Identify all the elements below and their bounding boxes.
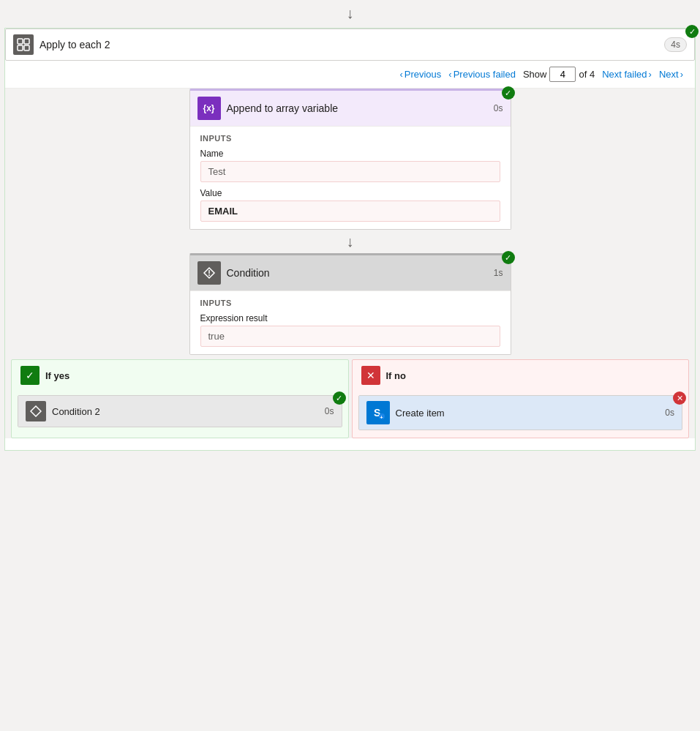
append-action-card[interactable]: ✓ {x} Append to array variable 0s INPUTS… xyxy=(189,89,511,230)
arrow-down-icon-1: ↓ xyxy=(347,234,354,249)
append-action-body: INPUTS Name Test Value EMAIL xyxy=(190,127,511,229)
svg-point-5 xyxy=(208,274,210,276)
apply-each-container: Apply to each 2 4s ✓ ‹ Previous ‹ Previo… xyxy=(4,28,696,451)
flow-step-append: ✓ {x} Append to array variable 0s INPUTS… xyxy=(11,89,689,355)
branches-container: ✓ If yes ✓ xyxy=(11,359,689,438)
append-inputs-label: INPUTS xyxy=(200,134,500,143)
arrow-down-icon: ↓ xyxy=(347,6,354,20)
apply-each-icon xyxy=(13,34,34,55)
apply-each-success-check: ✓ xyxy=(685,25,699,38)
expression-label: Expression result xyxy=(200,313,500,323)
connector-arrow-1: ↓ xyxy=(347,230,354,253)
chevron-left-icon: ‹ xyxy=(399,69,402,80)
condition-body: INPUTS Expression result true xyxy=(190,291,511,354)
condition2-title: Condition 2 xyxy=(52,406,100,417)
x-icon: ✕ xyxy=(366,370,375,381)
append-header-left: {x} Append to array variable xyxy=(197,97,339,120)
condition-duration: 1s xyxy=(494,268,503,278)
if-yes-label: If yes xyxy=(45,370,69,381)
condition2-success-check: ✓ xyxy=(333,391,346,405)
append-value-value: EMAIL xyxy=(200,200,500,222)
condition2-left: Condition 2 xyxy=(26,401,100,421)
of-label: of 4 xyxy=(579,69,595,80)
create-item-duration: 0s xyxy=(665,408,674,418)
condition2-icon xyxy=(26,401,46,421)
append-action-header: {x} Append to array variable 0s xyxy=(190,91,511,127)
previous-failed-button[interactable]: ‹ Previous failed xyxy=(448,69,516,80)
navigation-bar: ‹ Previous ‹ Previous failed Show of 4 N… xyxy=(5,61,695,89)
condition2-header: Condition 2 0s xyxy=(18,396,342,427)
create-item-card[interactable]: ✕ S + xyxy=(358,395,683,430)
append-icon: {x} xyxy=(197,97,221,120)
condition-header-left: Condition xyxy=(197,261,270,285)
condition2-duration: 0s xyxy=(325,406,334,416)
apply-each-title: Apply to each 2 xyxy=(39,39,110,50)
apply-each-duration-badge: 4s xyxy=(664,37,687,52)
condition-title: Condition xyxy=(227,267,270,279)
if-yes-branch: ✓ If yes ✓ xyxy=(11,359,349,438)
svg-rect-3 xyxy=(24,45,29,50)
chevron-right-next-failed-icon: › xyxy=(649,69,652,80)
append-name-label: Name xyxy=(200,149,500,159)
if-no-icon: ✕ xyxy=(361,366,380,385)
top-connector-arrow: ↓ xyxy=(0,0,700,23)
next-failed-label[interactable]: Next failed xyxy=(602,69,647,80)
append-duration: 0s xyxy=(494,103,503,113)
expression-value: true xyxy=(200,326,500,347)
condition-card[interactable]: ✓ Condition 1s xyxy=(189,253,511,355)
create-item-left: S + Create item xyxy=(366,401,445,424)
append-name-value: Test xyxy=(200,161,500,182)
if-yes-icon: ✓ xyxy=(20,366,39,385)
create-item-header: S + Create item 0s xyxy=(359,396,682,430)
apply-each-left: Apply to each 2 xyxy=(13,34,110,55)
append-title: Append to array variable xyxy=(227,102,339,114)
check-icon: ✓ xyxy=(26,370,34,381)
show-input[interactable] xyxy=(549,67,576,82)
show-control: Show of 4 xyxy=(523,67,595,82)
condition-icon xyxy=(197,261,221,285)
svg-text:+: + xyxy=(380,415,383,420)
condition-header: Condition 1s xyxy=(190,255,511,291)
condition2-card[interactable]: ✓ Condition 2 0s xyxy=(18,395,342,427)
svg-rect-0 xyxy=(18,39,23,44)
if-no-branch: ✕ If no ✕ S xyxy=(352,359,690,438)
svg-rect-2 xyxy=(18,45,23,50)
previous-button[interactable]: ‹ Previous xyxy=(399,69,441,80)
chevron-right-icon: › xyxy=(680,69,683,80)
next-button[interactable]: Next › xyxy=(659,69,683,80)
chevron-left-prev-failed-icon: ‹ xyxy=(448,69,451,80)
if-no-content: ✕ S + xyxy=(353,391,689,438)
next-label[interactable]: Next xyxy=(659,69,679,80)
flow-content: ✓ {x} Append to array variable 0s INPUTS… xyxy=(5,89,695,438)
if-yes-header: ✓ If yes xyxy=(12,360,348,391)
condition-inputs-label: INPUTS xyxy=(200,299,500,307)
create-item-error-badge: ✕ xyxy=(673,391,686,405)
if-no-label: If no xyxy=(386,370,406,381)
previous-failed-label[interactable]: Previous failed xyxy=(454,69,516,80)
show-label: Show xyxy=(523,69,547,80)
create-item-title: Create item xyxy=(396,408,445,419)
apply-each-header[interactable]: Apply to each 2 4s ✓ xyxy=(5,29,695,61)
if-yes-content: ✓ Condition 2 0s xyxy=(12,391,348,435)
svg-rect-1 xyxy=(24,39,29,44)
condition-success-check: ✓ xyxy=(502,251,515,264)
previous-label[interactable]: Previous xyxy=(404,69,442,80)
append-value-label: Value xyxy=(200,188,500,198)
if-no-header: ✕ If no xyxy=(353,360,689,391)
sharepoint-icon: S + xyxy=(366,401,390,424)
next-failed-button[interactable]: Next failed › xyxy=(602,69,652,80)
append-success-check: ✓ xyxy=(502,86,515,100)
